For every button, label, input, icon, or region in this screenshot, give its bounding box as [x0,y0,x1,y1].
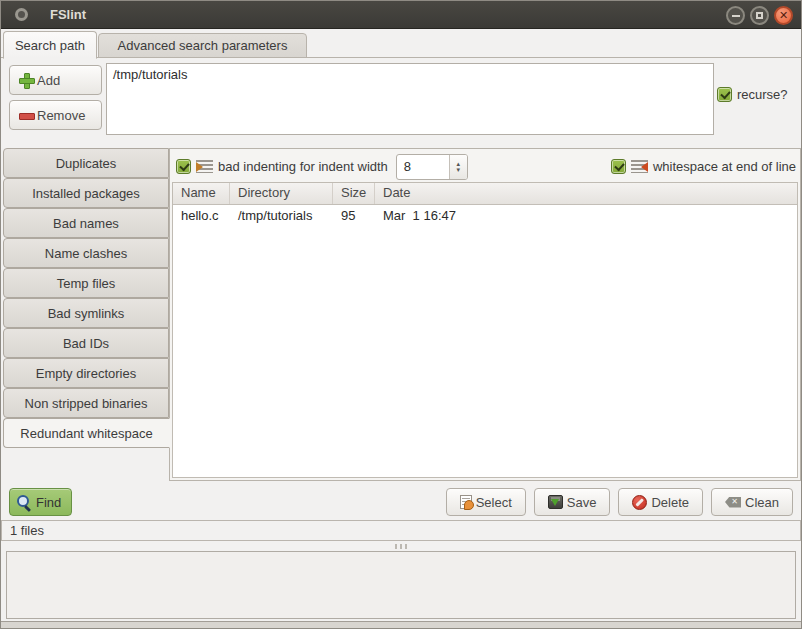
tab-search-path[interactable]: Search path [3,31,97,59]
search-path-list[interactable]: /tmp/tutorials [106,63,714,135]
bad-indenting-option[interactable]: bad indenting for indent width 8 ▴ ▾ [176,154,468,180]
clean-button-label: Clean [745,495,779,510]
window-resize-edge[interactable] [1,621,801,628]
maximize-button[interactable] [750,6,769,25]
cell-size: 95 [333,205,375,227]
window-title: FSlint [50,7,86,22]
trailing-whitespace-label: whitespace at end of line [653,159,796,174]
output-panel[interactable] [6,551,796,619]
recurse-label: recurse? [737,87,788,102]
select-hand-icon [460,495,472,509]
sidebar-item-redundant-whitespace[interactable]: Redundant whitespace [3,418,170,448]
sidebar-item-bad-names[interactable]: Bad names [3,208,169,238]
column-header-date[interactable]: Date [375,183,797,204]
fslint-window: FSlint ✕ Search path Advanced search par… [0,0,802,629]
status-bar: 1 files [1,520,801,541]
titlebar[interactable]: FSlint ✕ [1,1,801,29]
save-icon [548,495,563,509]
sidebar-item-bad-symlinks[interactable]: Bad symlinks [3,298,169,328]
results-table-header: Name Directory Size Date [173,183,797,205]
recurse-option[interactable]: recurse? [717,87,788,102]
find-button-label: Find [36,495,61,510]
cell-name: hello.c [173,205,230,227]
remove-button-label: Remove [37,108,85,123]
save-button[interactable]: Save [534,488,611,516]
remove-button[interactable]: Remove [9,100,102,130]
select-button-label: Select [476,495,512,510]
pane-splitter-handle[interactable] [1,542,801,550]
bad-indenting-label: bad indenting for indent width [218,159,388,174]
trailing-whitespace-icon [631,160,648,173]
delete-button-label: Delete [651,495,689,510]
sidebar-item-temp-files[interactable]: Temp files [3,268,169,298]
select-button[interactable]: Select [446,488,526,516]
cell-directory: /tmp/tutorials [230,205,333,227]
minimize-button[interactable] [726,6,745,25]
indent-icon [196,160,213,173]
clean-button[interactable]: ✕ Clean [711,488,793,516]
recurse-checkbox[interactable] [717,87,732,102]
spin-down-icon[interactable]: ▾ [457,167,461,173]
column-header-size[interactable]: Size [333,183,375,204]
add-plus-icon [19,73,33,87]
add-button-label: Add [37,73,60,88]
maximize-icon [756,12,763,19]
delete-icon [632,495,647,510]
redundant-whitespace-page: bad indenting for indent width 8 ▴ ▾ whi… [169,148,801,481]
column-header-directory[interactable]: Directory [230,183,333,204]
close-icon: ✕ [779,10,788,21]
find-button[interactable]: Find [9,488,72,516]
trailing-whitespace-option[interactable]: whitespace at end of line [611,159,796,174]
column-header-name[interactable]: Name [173,183,230,204]
app-icon [15,8,28,21]
add-button[interactable]: Add [9,65,102,95]
sidebar-item-bad-ids[interactable]: Bad IDs [3,328,169,358]
sidebar-item-empty-directories[interactable]: Empty directories [3,358,169,388]
delete-button[interactable]: Delete [618,488,703,516]
sidebar-item-name-clashes[interactable]: Name clashes [3,238,169,268]
tab-advanced-search-parameters[interactable]: Advanced search parameters [98,33,307,58]
spinner-arrows[interactable]: ▴ ▾ [449,155,467,179]
sidebar-item-duplicates[interactable]: Duplicates [3,148,169,178]
search-icon [17,495,32,510]
trailing-whitespace-checkbox[interactable] [611,159,626,174]
remove-minus-icon [19,108,33,122]
table-row[interactable]: hello.c /tmp/tutorials 95 Mar 1 16:47 [173,205,797,227]
results-table[interactable]: Name Directory Size Date hello.c /tmp/tu… [172,182,798,478]
save-button-label: Save [567,495,597,510]
cell-date: Mar 1 16:47 [375,205,797,227]
bad-indenting-checkbox[interactable] [176,159,191,174]
minimize-icon [732,15,740,17]
clean-backspace-icon: ✕ [725,497,741,508]
sidebar-item-installed-packages[interactable]: Installed packages [3,178,169,208]
indent-width-value[interactable]: 8 [397,155,449,179]
close-button[interactable]: ✕ [774,6,793,25]
indent-width-spinner[interactable]: 8 ▴ ▾ [396,154,468,180]
sidebar-item-non-stripped-binaries[interactable]: Non stripped binaries [3,388,169,418]
